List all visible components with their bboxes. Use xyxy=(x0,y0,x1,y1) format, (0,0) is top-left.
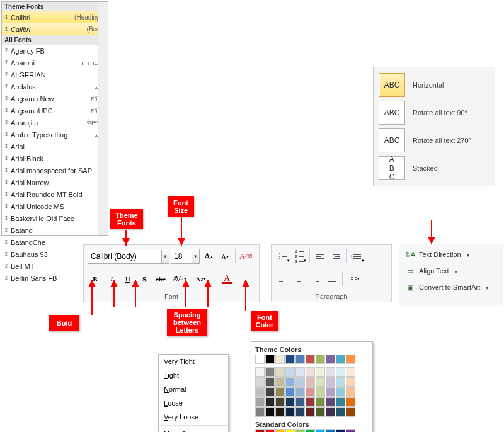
font-list-item[interactable]: 𝔗ALGERIAN xyxy=(2,69,108,81)
color-swatch[interactable] xyxy=(255,397,265,407)
color-swatch[interactable] xyxy=(265,397,275,407)
color-swatch[interactable] xyxy=(265,387,275,397)
font-list-item[interactable]: 𝔗Arial Black xyxy=(2,152,108,164)
more-spacing-button[interactable]: More Spacing... xyxy=(159,427,228,432)
shrink-font-button[interactable]: A▾ xyxy=(217,249,232,264)
color-swatch[interactable] xyxy=(346,407,355,417)
color-swatch[interactable] xyxy=(336,377,345,387)
color-swatch[interactable] xyxy=(336,387,345,397)
font-list-item[interactable]: 𝔗Arial Narrow xyxy=(2,176,108,188)
font-color-button[interactable]: A xyxy=(217,271,237,287)
color-swatch[interactable] xyxy=(316,407,325,417)
character-spacing-button[interactable]: AV↔▾ xyxy=(169,271,190,287)
font-size-input[interactable] xyxy=(171,250,192,263)
color-swatch[interactable] xyxy=(326,377,335,387)
font-list-item[interactable]: 𝔗Andalusأبجد xyxy=(2,81,108,93)
font-list-item[interactable]: 𝔗Angsana Newสวัสดี xyxy=(2,93,108,105)
clear-formatting-button[interactable]: A⌫ xyxy=(238,249,253,264)
chevron-down-icon[interactable] xyxy=(161,250,169,263)
color-swatch[interactable] xyxy=(275,377,285,387)
color-swatch[interactable] xyxy=(346,367,355,377)
color-swatch[interactable] xyxy=(275,387,285,397)
color-swatch[interactable] xyxy=(265,355,275,364)
color-swatch[interactable] xyxy=(326,407,335,417)
color-swatch[interactable] xyxy=(336,429,345,432)
font-list-item[interactable]: 𝔗Arial Rounded MT Bold xyxy=(2,188,108,200)
font-name-combo[interactable] xyxy=(88,249,169,264)
color-swatch[interactable] xyxy=(295,367,305,377)
color-swatch[interactable] xyxy=(306,377,315,387)
color-swatch[interactable] xyxy=(255,429,265,432)
color-swatch[interactable] xyxy=(255,355,265,364)
font-list-item[interactable]: 𝔗AngsanaUPCสวัสดี xyxy=(2,105,108,117)
color-swatch[interactable] xyxy=(255,387,265,397)
color-swatch[interactable] xyxy=(306,387,315,397)
font-list-item[interactable]: 𝔗Arabic Typesettingأبجد xyxy=(2,128,108,140)
align-left-button[interactable] xyxy=(275,271,290,287)
color-swatch[interactable] xyxy=(255,367,265,377)
spacing-option[interactable]: Loose xyxy=(159,396,228,410)
color-swatch[interactable] xyxy=(275,429,285,432)
color-swatch[interactable] xyxy=(265,377,275,387)
color-swatch[interactable] xyxy=(316,429,325,432)
convert-smartart-button[interactable]: ▣Convert to SmartArt xyxy=(402,280,500,295)
align-center-button[interactable] xyxy=(292,271,307,287)
text-direction-option[interactable]: ABCRotate all text 90° xyxy=(377,99,491,127)
font-list-item[interactable]: 𝔗Arial Unicode MS xyxy=(2,200,108,212)
color-swatch[interactable] xyxy=(346,355,355,364)
increase-indent-button[interactable] xyxy=(329,249,344,264)
chevron-down-icon[interactable] xyxy=(192,250,199,263)
text-direction-option[interactable]: ABCHorizontal xyxy=(377,71,491,99)
color-swatch[interactable] xyxy=(275,407,285,417)
color-swatch[interactable] xyxy=(346,387,355,397)
shadow-button[interactable]: S xyxy=(137,271,152,287)
bold-button[interactable]: B xyxy=(88,271,103,287)
color-swatch[interactable] xyxy=(346,397,355,407)
color-swatch[interactable] xyxy=(326,387,335,397)
color-swatch[interactable] xyxy=(255,407,265,417)
color-swatch[interactable] xyxy=(265,367,275,377)
color-swatch[interactable] xyxy=(295,387,305,397)
grow-font-button[interactable]: A▴ xyxy=(201,249,216,264)
font-list-item[interactable]: 𝔗Calibri(Body) xyxy=(2,23,108,35)
color-swatch[interactable] xyxy=(306,407,315,417)
bullets-button[interactable]: ▾ xyxy=(275,249,290,264)
color-swatch[interactable] xyxy=(285,367,295,377)
color-swatch[interactable] xyxy=(295,429,305,432)
color-swatch[interactable] xyxy=(306,397,315,407)
font-list-item[interactable]: 𝔗Aparajitaदेवनागरी xyxy=(2,117,108,128)
font-name-input[interactable] xyxy=(88,250,161,263)
spacing-option[interactable]: Very Loose xyxy=(159,410,228,424)
align-right-button[interactable] xyxy=(308,271,323,287)
color-swatch[interactable] xyxy=(285,377,295,387)
justify-button[interactable] xyxy=(324,271,340,287)
spacing-option[interactable]: Tight xyxy=(159,368,228,382)
color-swatch[interactable] xyxy=(336,407,345,417)
font-list-item[interactable]: 𝔗Arial monospaced for SAP xyxy=(2,164,108,176)
color-swatch[interactable] xyxy=(326,429,335,432)
color-swatch[interactable] xyxy=(295,377,305,387)
columns-button[interactable]: ▾ xyxy=(345,271,365,287)
line-spacing-button[interactable]: ↕▾ xyxy=(350,249,365,264)
font-size-combo[interactable] xyxy=(171,249,200,264)
color-swatch[interactable] xyxy=(316,377,325,387)
color-swatch[interactable] xyxy=(285,355,295,364)
color-swatch[interactable] xyxy=(306,355,315,364)
strikethrough-button[interactable]: abc xyxy=(153,271,168,287)
color-swatch[interactable] xyxy=(316,387,325,397)
underline-button[interactable]: U xyxy=(120,271,135,287)
font-list-item[interactable]: 𝔗Agency FB xyxy=(2,45,108,57)
color-swatch[interactable] xyxy=(316,367,325,377)
font-list-item[interactable]: 𝔗Calibri(Headings) xyxy=(2,11,108,23)
color-swatch[interactable] xyxy=(346,429,355,432)
color-swatch[interactable] xyxy=(275,367,285,377)
color-swatch[interactable] xyxy=(326,367,335,377)
font-list-item[interactable]: 𝔗Batang xyxy=(2,224,108,236)
scrollbar[interactable] xyxy=(98,2,108,235)
color-swatch[interactable] xyxy=(285,429,295,432)
text-direction-button[interactable]: ⇅AText Direction xyxy=(402,247,500,262)
color-swatch[interactable] xyxy=(316,355,325,364)
italic-button[interactable]: I xyxy=(104,271,119,287)
color-swatch[interactable] xyxy=(326,355,335,364)
color-swatch[interactable] xyxy=(275,355,285,364)
